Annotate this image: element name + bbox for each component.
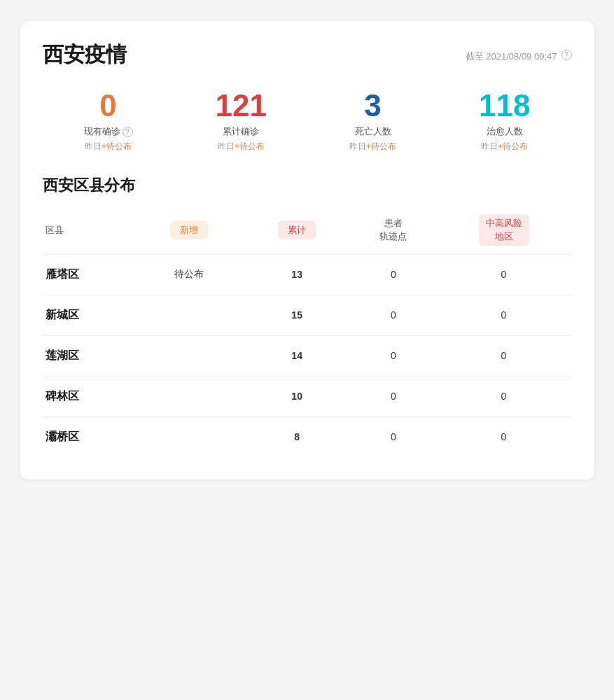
stat-number-deaths: 3 [364, 89, 381, 122]
td-risk: 0 [436, 335, 572, 376]
table-row: 新城区1500 [43, 295, 572, 335]
table-row: 莲湖区1400 [43, 335, 572, 376]
td-track: 0 [351, 335, 435, 376]
td-risk: 0 [436, 376, 572, 416]
page-title: 西安疫情 [43, 41, 127, 69]
td-new [135, 295, 243, 335]
th-district: 区县 [43, 207, 135, 254]
td-new [135, 335, 243, 376]
td-total: 8 [243, 416, 351, 457]
td-total: 13 [243, 254, 351, 295]
timestamp-help-icon[interactable]: ? [561, 50, 572, 60]
table-row: 灞桥区800 [43, 416, 572, 457]
td-new [135, 416, 243, 457]
td-district-name: 新城区 [43, 295, 135, 335]
td-track: 0 [351, 376, 435, 416]
stat-update-current: 昨日+待公布 [85, 141, 132, 153]
stat-current-confirmed: 0 现有确诊 ? 昨日+待公布 [84, 89, 133, 153]
header: 西安疫情 截至 2021/08/09 09:47 ? [43, 41, 572, 69]
th-new: 新增 [135, 207, 243, 254]
td-total: 10 [243, 376, 351, 416]
stat-label-deaths: 死亡人数 [355, 125, 391, 138]
stat-deaths: 3 死亡人数 昨日+待公布 [349, 89, 396, 153]
stat-recovered: 118 治愈人数 昨日+待公布 [479, 89, 530, 153]
main-card: 西安疫情 截至 2021/08/09 09:47 ? 0 现有确诊 ? 昨日+待… [20, 21, 594, 479]
table-header-row: 区县 新增 累计 患者轨迹点 中高风险地区 [43, 207, 572, 254]
stat-number-current: 0 [99, 89, 116, 122]
current-confirmed-help-icon[interactable]: ? [123, 127, 133, 137]
td-district-name: 莲湖区 [43, 335, 135, 376]
stat-update-recovered: 昨日+待公布 [481, 141, 528, 153]
stats-row: 0 现有确诊 ? 昨日+待公布 121 累计确诊 昨日+待公布 3 死亡人数 昨… [43, 89, 572, 153]
district-table: 区县 新增 累计 患者轨迹点 中高风险地区 雁塔区待公布1300新城区1500莲… [43, 207, 572, 456]
td-new: 待公布 [135, 254, 243, 295]
td-district-name: 灞桥区 [43, 416, 135, 457]
th-total: 累计 [243, 207, 351, 254]
td-district-name: 碑林区 [43, 376, 135, 416]
td-risk: 0 [436, 416, 572, 457]
table-row: 雁塔区待公布1300 [43, 254, 572, 295]
td-risk: 0 [436, 254, 572, 295]
td-track: 0 [351, 416, 435, 457]
stat-label-current: 现有确诊 ? [84, 125, 133, 138]
td-new [135, 376, 243, 416]
section-title: 西安区县分布 [43, 175, 572, 196]
td-track: 0 [351, 254, 435, 295]
stat-label-total: 累计确诊 [223, 125, 259, 138]
td-risk: 0 [436, 295, 572, 335]
stat-number-total: 121 [216, 89, 267, 122]
stat-update-deaths: 昨日+待公布 [349, 141, 396, 153]
td-total: 14 [243, 335, 351, 376]
stat-number-recovered: 118 [479, 89, 530, 122]
td-district-name: 雁塔区 [43, 254, 135, 295]
th-risk: 中高风险地区 [436, 207, 572, 254]
th-track: 患者轨迹点 [351, 207, 435, 254]
td-track: 0 [351, 295, 435, 335]
timestamp: 截至 2021/08/09 09:47 [466, 50, 557, 63]
td-total: 15 [243, 295, 351, 335]
stat-total-confirmed: 121 累计确诊 昨日+待公布 [216, 89, 267, 153]
stat-update-total: 昨日+待公布 [218, 141, 265, 153]
stat-label-recovered: 治愈人数 [487, 125, 523, 138]
table-row: 碑林区1000 [43, 376, 572, 416]
